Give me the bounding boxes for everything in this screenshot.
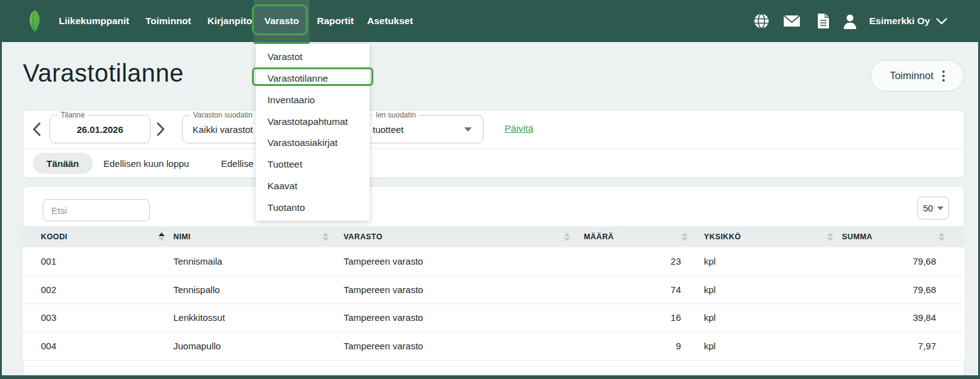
page-title: Varastotilanne (23, 59, 184, 87)
page-size-value: 50 (923, 203, 933, 213)
actions-button[interactable]: Toiminnot (870, 60, 964, 92)
top-navbar: Liikekumppanit Toiminnot Kirjanpito Vara… (0, 0, 980, 42)
sort-icon (682, 232, 688, 241)
column-header-nimi[interactable]: NIMI (173, 226, 337, 247)
document-icon[interactable] (814, 12, 833, 30)
table-bottom-divider (23, 366, 965, 367)
company-name: Esimerkki Oy (869, 15, 930, 27)
sort-icon (564, 232, 570, 241)
nav-item-raportit[interactable]: Raportit (317, 0, 353, 42)
menu-item-varastotilanne[interactable]: Varastotilanne (256, 68, 370, 90)
user-icon[interactable] (841, 12, 859, 30)
chip-tanaan[interactable]: Tänään (33, 153, 93, 174)
nav-item-varasto[interactable]: Varasto (254, 0, 310, 42)
company-menu[interactable]: Esimerkki Oy (869, 0, 947, 42)
page-size-select[interactable]: 50 (917, 197, 949, 219)
date-field[interactable]: Tilanne 26.01.2026 (50, 115, 150, 143)
menu-item-varastot[interactable]: Varastot (256, 46, 370, 68)
table-header-row: KOODI NIMI VARASTO MÄÄRÄ YKSIKKÖ SUMMA (23, 226, 965, 247)
date-field-value: 26.01.2026 (50, 116, 150, 143)
chip-edellise[interactable]: Edellise (221, 153, 254, 174)
search-input[interactable] (43, 199, 150, 221)
table-row[interactable]: 001 Tennismaila Tampereen varasto 23 kpl… (23, 247, 965, 276)
table-row[interactable]: 003 Lenkkitossut Tampereen varasto 16 kp… (23, 304, 965, 333)
date-next-button[interactable] (154, 120, 167, 138)
leaf-logo-icon[interactable] (26, 9, 43, 33)
menu-item-tuotanto[interactable]: Tuotanto (256, 197, 370, 218)
sort-icon (939, 232, 945, 241)
menu-item-kaavat[interactable]: Kaavat (256, 176, 370, 197)
nav-item-liikekumppanit[interactable]: Liikekumppanit (59, 0, 129, 42)
menu-item-inventaario[interactable]: Inventaario (256, 90, 370, 111)
column-header-koodi[interactable]: KOODI (41, 226, 173, 247)
window-border (0, 0, 2, 379)
varasto-dropdown-menu: Varastot Varastotilanne Inventaario Vara… (256, 44, 370, 221)
column-header-summa[interactable]: SUMMA (842, 226, 953, 247)
actions-button-label: Toiminnot (890, 70, 934, 82)
filter-divider (23, 148, 965, 149)
kebab-menu-icon (942, 70, 945, 82)
chip-edellisen-kuun-loppu[interactable]: Edellisen kuun loppu (103, 153, 189, 174)
date-previous-button[interactable] (30, 120, 43, 138)
mail-icon[interactable] (783, 12, 801, 30)
column-header-maara[interactable]: MÄÄRÄ (579, 226, 696, 247)
nav-item-kirjanpito[interactable]: Kirjanpito (207, 0, 252, 42)
window-border (0, 375, 980, 379)
page-size-caret-icon (937, 207, 943, 210)
menu-item-varastoasiakirjat[interactable]: Varastoasiakirjat (256, 132, 370, 154)
table-row[interactable]: 002 Tennispallo Tampereen varasto 74 kpl… (23, 276, 965, 304)
refresh-link[interactable]: Päivitä (505, 123, 534, 134)
nav-item-asetukset[interactable]: Asetukset (367, 0, 413, 42)
chevron-down-icon (936, 18, 947, 25)
globe-icon[interactable] (752, 12, 771, 30)
column-header-varasto[interactable]: VARASTO (337, 226, 579, 247)
column-header-yksikko[interactable]: YKSIKKÖ (696, 226, 842, 247)
sort-icon (323, 232, 329, 241)
app-window: Liikekumppanit Toiminnot Kirjanpito Vara… (0, 0, 980, 379)
sort-asc-icon (158, 232, 165, 241)
menu-item-tuotteet[interactable]: Tuotteet (256, 154, 370, 176)
select-caret-icon (464, 127, 472, 132)
table-row[interactable]: 004 Juomapullo Tampereen varasto 9 kpl 7… (23, 332, 965, 360)
nav-item-toiminnot[interactable]: Toiminnot (145, 0, 191, 42)
menu-item-varastotapahtumat[interactable]: Varastotapahtumat (256, 111, 370, 132)
sort-icon (827, 232, 833, 241)
